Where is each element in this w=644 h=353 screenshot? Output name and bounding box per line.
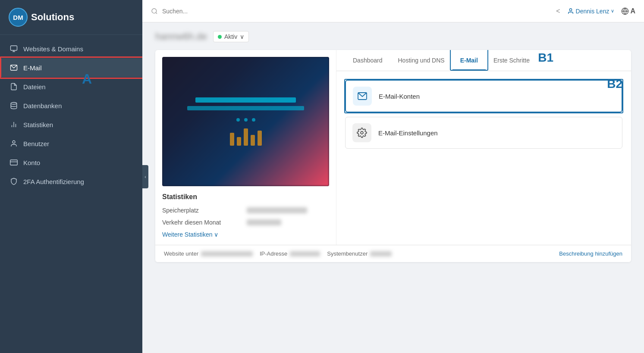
tab-email[interactable]: E-Mail [452, 50, 486, 71]
annotation-red-box-A [0, 56, 144, 79]
preview-elements [162, 57, 329, 186]
logo-icon: DM [9, 8, 28, 27]
footer-beschreibung-link[interactable]: Beschreibung hinzufügen [559, 250, 622, 257]
status-badge[interactable]: Aktiv ∨ [213, 31, 249, 42]
domain-header: hannw6h.de Aktiv ∨ [155, 31, 631, 42]
topbar-right: < Dennis Lenz ∨ A [556, 7, 635, 15]
stat-row-speicherplatz: Speicherplatz [162, 207, 329, 214]
card-inner: Statistiken Speicherplatz Verkehr diesen… [155, 50, 631, 245]
mehr-statistiken-button[interactable]: Weitere Statistiken ∨ [162, 231, 329, 238]
search-icon [151, 8, 158, 15]
svg-point-17 [361, 131, 363, 134]
status-label: Aktiv [224, 33, 237, 40]
stats-title: Statistiken [162, 193, 329, 201]
user-menu[interactable]: Dennis Lenz ∨ [567, 8, 615, 15]
sidebar-label-websites-domains: Websites & Domains [23, 45, 83, 53]
footer-website-label: Website unter [164, 250, 198, 257]
sidebar-label-benutzer: Benutzer [23, 140, 49, 147]
email-konten-icon [353, 87, 372, 106]
svg-point-8 [13, 141, 15, 143]
file-icon [9, 82, 18, 91]
footer-systembenutzer-value [370, 251, 392, 256]
sidebar-label-konto: Konto [23, 159, 40, 166]
sidebar: DM Solutions Websites & Domains E-Mail A… [0, 0, 142, 353]
footer-systembenutzer: Systembenutzer [327, 250, 392, 257]
sidebar-nav: Websites & Domains E-Mail A Dateien Date… [0, 35, 142, 353]
status-chevron-icon: ∨ [240, 33, 244, 40]
svg-point-13 [569, 9, 572, 11]
feature-card-email-einstellungen[interactable]: E-Mail-Einstellungen [345, 117, 622, 149]
feature-label-email-einstellungen: E-Mail-Einstellungen [378, 129, 438, 137]
stat-value-speicherplatz [247, 207, 307, 213]
tab-dashboard[interactable]: Dashboard [345, 50, 390, 71]
user-name-text: Dennis Lenz [576, 8, 609, 15]
sidebar-label-dateien: Dateien [23, 83, 46, 91]
logo-area: DM Solutions [0, 0, 142, 35]
user-icon [9, 139, 18, 148]
monitor-icon [9, 44, 18, 53]
sidebar-item-twofa[interactable]: 2FA Authentifizierung [0, 172, 142, 191]
tab-hosting-dns[interactable]: Hosting und DNS [390, 50, 452, 71]
sidebar-item-benutzer[interactable]: Benutzer [0, 134, 142, 153]
footer-ip-label: IP-Adresse [260, 250, 287, 257]
footer-website-value [201, 251, 253, 256]
credit-card-icon [9, 158, 18, 167]
footer-systembenutzer-label: Systembenutzer [327, 250, 368, 257]
svg-point-4 [11, 103, 17, 105]
sidebar-collapse-button[interactable]: ‹ [142, 165, 148, 188]
sidebar-item-websites-domains[interactable]: Websites & Domains [0, 39, 142, 58]
logo-text: Solutions [31, 12, 74, 23]
sidebar-label-statistiken: Statistiken [23, 121, 53, 128]
footer-ip-value [290, 251, 320, 256]
preview-section: Statistiken Speicherplatz Verkehr diesen… [155, 50, 336, 245]
preview-bars-row [230, 128, 262, 146]
stat-label-speicherplatz: Speicherplatz [162, 207, 240, 214]
website-preview [162, 57, 329, 186]
topbar: < Dennis Lenz ∨ A [142, 0, 644, 22]
sidebar-label-email: E-Mail [23, 64, 42, 72]
chevron-down-icon: ∨ [214, 231, 218, 238]
sidebar-label-datenbanken: Datenbanken [23, 102, 62, 109]
email-einstellungen-icon [352, 123, 371, 142]
topbar-collapse-button[interactable]: < [556, 7, 560, 15]
stat-value-verkehr [247, 219, 281, 225]
sidebar-item-datenbanken[interactable]: Datenbanken [0, 96, 142, 115]
sidebar-item-konto[interactable]: Konto [0, 153, 142, 172]
globe-button[interactable]: A [621, 7, 635, 15]
right-section: Dashboard Hosting und DNS E-Mail Erste S… [336, 50, 631, 245]
tab-content: E-Mail-Konten B2 [336, 71, 631, 157]
footer-bar: Website unter IP-Adresse Systembenutzer … [155, 245, 631, 262]
sidebar-label-twofa: 2FA Authentifizierung [23, 178, 84, 185]
tabs-bar: Dashboard Hosting und DNS E-Mail Erste S… [336, 50, 631, 71]
sidebar-item-dateien[interactable]: Dateien [0, 77, 142, 96]
user-chevron-icon: ∨ [611, 8, 614, 14]
footer-ip-adresse: IP-Adresse [260, 250, 320, 257]
svg-rect-9 [10, 160, 18, 165]
tab-erste-schritte[interactable]: Erste Schritte [486, 50, 537, 71]
stat-row-verkehr: Verkehr diesen Monat [162, 219, 329, 226]
sidebar-item-statistiken[interactable]: Statistiken [0, 115, 142, 134]
page-content: hannw6h.de Aktiv ∨ [142, 22, 644, 353]
preview-bar-2 [187, 106, 304, 110]
feature-card-email-konten[interactable]: E-Mail-Konten [345, 80, 622, 112]
preview-dots [236, 118, 255, 122]
main-card: Statistiken Speicherplatz Verkehr diesen… [155, 50, 631, 262]
mail-icon [9, 63, 18, 72]
svg-point-11 [152, 9, 157, 13]
sidebar-item-email[interactable]: E-Mail [0, 58, 142, 77]
svg-line-12 [156, 12, 157, 14]
preview-bar-1 [195, 97, 295, 103]
shield-icon [9, 177, 18, 186]
svg-rect-0 [11, 46, 17, 50]
stat-label-verkehr: Verkehr diesen Monat [162, 219, 240, 226]
feature-label-email-konten: E-Mail-Konten [379, 93, 420, 100]
footer-website-unter: Website unter [164, 250, 253, 257]
domain-name: hannw6h.de [155, 31, 207, 42]
language-label: A [630, 7, 635, 15]
bar-chart-icon [9, 120, 18, 129]
database-icon [9, 101, 18, 110]
main-content: < Dennis Lenz ∨ A hannw6h.de Aktiv ∨ [142, 0, 644, 353]
search-input[interactable] [162, 8, 552, 15]
status-dot [218, 35, 222, 39]
stats-area: Statistiken Speicherplatz Verkehr diesen… [162, 193, 329, 238]
